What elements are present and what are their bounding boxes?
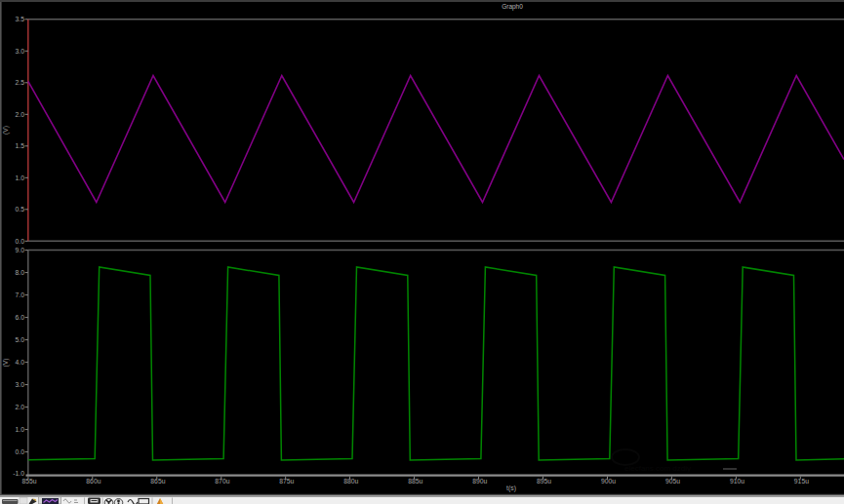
svg-text:3.0: 3.0	[16, 381, 25, 388]
svg-text:900u: 900u	[601, 478, 616, 485]
svg-text:Graph0: Graph0	[502, 3, 523, 11]
svg-text:4.0: 4.0	[16, 359, 25, 366]
svg-text:3.5: 3.5	[16, 16, 25, 22]
svg-text:-1.0: -1.0	[13, 470, 24, 477]
svg-text:0.0: 0.0	[16, 448, 25, 455]
svg-text:915u: 915u	[794, 478, 809, 485]
svg-text:(V): (V)	[2, 126, 10, 135]
svg-text:(V): (V)	[2, 358, 10, 367]
svg-text:860u: 860u	[86, 478, 100, 485]
svg-text:895u: 895u	[537, 478, 551, 485]
svg-text:9.0: 9.0	[16, 247, 25, 253]
svg-text:1.0: 1.0	[16, 426, 25, 433]
svg-text:3.0: 3.0	[16, 48, 25, 55]
svg-text:1.5: 1.5	[16, 142, 25, 149]
svg-text:1.0: 1.0	[16, 174, 25, 181]
svg-text:2.5: 2.5	[16, 79, 25, 86]
svg-text:6.0: 6.0	[16, 314, 25, 321]
svg-text:885u: 885u	[408, 478, 422, 485]
svg-text:875u: 875u	[279, 478, 294, 485]
svg-text:905u: 905u	[665, 478, 680, 485]
svg-text:8.0: 8.0	[16, 269, 25, 276]
svg-text:865u: 865u	[150, 478, 165, 485]
svg-text:2.0: 2.0	[16, 111, 25, 118]
svg-text:t(s): t(s)	[506, 485, 516, 492]
svg-text:2.0: 2.0	[16, 404, 25, 410]
svg-text:0.0: 0.0	[16, 238, 25, 245]
svg-text:910u: 910u	[730, 478, 744, 485]
svg-text:890u: 890u	[472, 478, 487, 485]
svg-text:870u: 870u	[215, 478, 229, 485]
svg-text:7.0: 7.0	[16, 291, 25, 298]
svg-text:elecfans.com dzdiy: elecfans.com dzdiy	[624, 464, 691, 473]
svg-text:855u: 855u	[21, 478, 36, 485]
svg-text:0.5: 0.5	[16, 206, 25, 213]
svg-text:5.0: 5.0	[16, 336, 25, 343]
svg-text:880u: 880u	[343, 478, 358, 485]
